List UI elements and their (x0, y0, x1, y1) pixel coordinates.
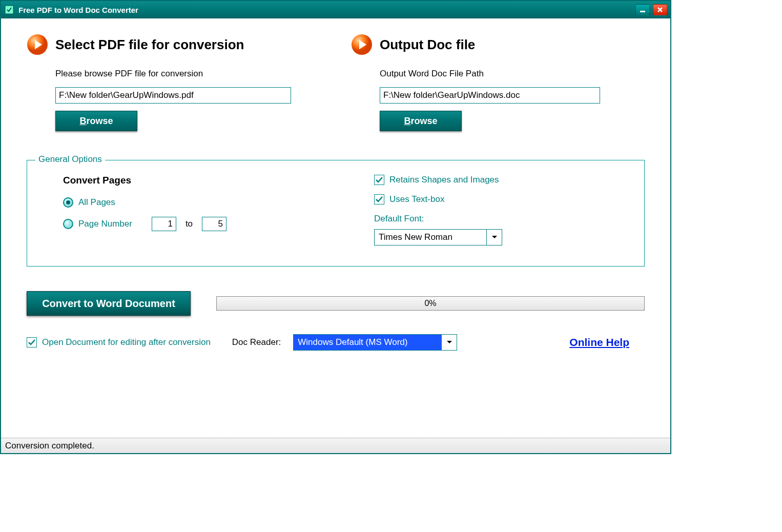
doc-reader-value: Windows Default (MS Word) (294, 335, 441, 350)
open-after-checkbox[interactable] (27, 337, 37, 347)
format-options-column: Retains Shapes and Images Uses Text-box … (374, 175, 624, 245)
browse-label-rest: rowse (86, 116, 113, 126)
input-path-field[interactable] (55, 87, 291, 104)
page-to-label: to (186, 219, 193, 229)
output-panel: Output Doc file Output Word Doc File Pat… (351, 34, 645, 131)
svg-rect-1 (640, 11, 645, 12)
online-help-link[interactable]: Online Help (569, 336, 629, 349)
arrow-circle-icon (351, 34, 373, 55)
output-label: Output Word Doc File Path (380, 69, 645, 79)
retain-shapes-checkbox[interactable] (374, 175, 384, 185)
window-controls (635, 4, 667, 15)
uses-textbox-checkbox[interactable] (374, 194, 384, 204)
bottom-row: Open Document for editing after conversi… (27, 334, 645, 351)
arrow-circle-icon (27, 34, 48, 55)
chevron-down-icon (491, 235, 498, 239)
output-browse-button[interactable]: Browse (380, 111, 462, 131)
convert-row: Convert to Word Document 0% (27, 291, 645, 316)
default-font-label: Default Font: (374, 214, 624, 224)
input-label: Please browse PDF file for conversion (55, 69, 320, 79)
app-icon (4, 5, 14, 15)
progress-bar: 0% (216, 296, 645, 311)
uses-textbox-row: Uses Text-box (374, 194, 624, 204)
chevron-down-icon (446, 340, 452, 344)
titlebar: Free PDF to Word Doc Converter (1, 1, 670, 18)
default-font-combo[interactable]: Times New Roman (374, 229, 502, 245)
convert-pages-column: Convert Pages All Pages Page Number to (63, 175, 313, 245)
all-pages-radio[interactable] (63, 197, 73, 208)
output-path-field[interactable] (380, 87, 600, 104)
doc-reader-combo[interactable]: Windows Default (MS Word) (293, 334, 457, 351)
open-after-row: Open Document for editing after conversi… (27, 337, 211, 347)
retain-shapes-label: Retains Shapes and Images (389, 175, 499, 185)
general-options-legend: General Options (35, 154, 105, 165)
minimize-button[interactable] (635, 4, 650, 15)
progress-text: 0% (424, 299, 436, 308)
all-pages-label: All Pages (78, 197, 115, 208)
default-font-value: Times New Roman (375, 230, 486, 245)
page-from-input[interactable] (152, 217, 176, 231)
general-options-group: General Options Convert Pages All Pages … (27, 160, 645, 267)
open-after-label: Open Document for editing after conversi… (42, 337, 211, 347)
input-panel: Select PDF file for conversion Please br… (27, 34, 320, 131)
page-number-radio-row: Page Number to (63, 217, 313, 231)
page-number-radio[interactable] (63, 219, 73, 229)
content-area: Select PDF file for conversion Please br… (1, 18, 670, 438)
convert-button[interactable]: Convert to Word Document (27, 291, 191, 316)
top-panels: Select PDF file for conversion Please br… (27, 34, 645, 131)
doc-reader-dropdown-button[interactable] (441, 335, 457, 350)
page-number-label: Page Number (78, 219, 132, 229)
status-text: Conversion completed. (5, 441, 94, 451)
doc-reader-label: Doc Reader: (232, 337, 281, 347)
output-heading: Output Doc file (380, 37, 475, 53)
page-to-input[interactable] (202, 217, 227, 231)
convert-pages-title: Convert Pages (63, 175, 313, 186)
close-button[interactable] (653, 4, 667, 15)
status-bar: Conversion completed. (1, 438, 670, 453)
input-browse-button[interactable]: Browse (55, 111, 137, 131)
uses-textbox-label: Uses Text-box (389, 194, 444, 204)
app-window: Free PDF to Word Doc Converter (0, 0, 671, 454)
default-font-dropdown-button[interactable] (486, 230, 502, 245)
input-heading: Select PDF file for conversion (55, 37, 244, 53)
all-pages-radio-row: All Pages (63, 197, 313, 208)
retain-shapes-row: Retains Shapes and Images (374, 175, 624, 185)
titlebar-title: Free PDF to Word Doc Converter (18, 6, 635, 14)
